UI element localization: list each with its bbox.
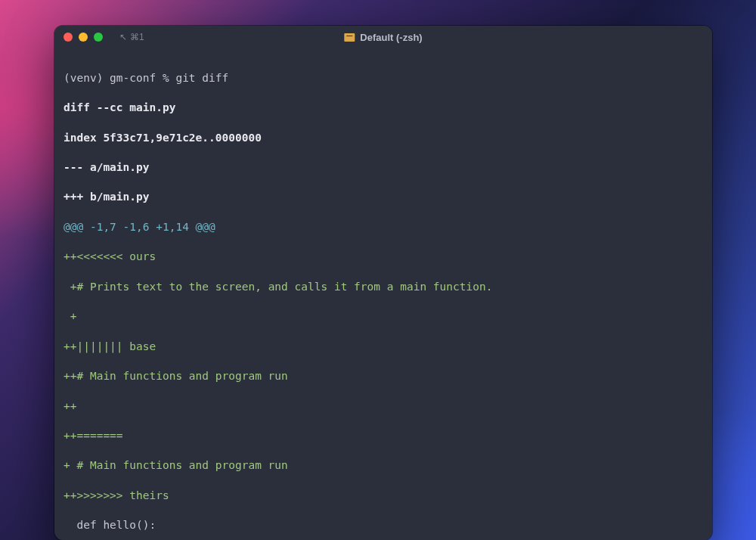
traffic-lights [64,33,103,42]
diff-new-file: +++ b/main.py [64,190,703,205]
terminal-window: ↖⌘1 Default (-zsh) (venv) gm-conf % git … [54,26,712,540]
prompt-line: (venv) gm-conf % git diff [64,71,703,86]
window-title: Default (-zsh) [344,32,422,43]
diff-line: ++>>>>>>> theirs [64,489,703,504]
diff-line: def hello(): [64,518,703,533]
diff-line: ++======= [64,429,703,444]
diff-line: +# Prints text to the screen, and calls … [64,280,703,295]
titlebar[interactable]: ↖⌘1 Default (-zsh) [54,26,712,48]
minimize-icon[interactable] [79,33,88,42]
diff-hunk: @@@ -1,7 -1,6 +1,14 @@@ [64,220,703,235]
diff-line: ++<<<<<<< ours [64,250,703,265]
diff-line: ++ [64,399,703,414]
folder-icon [344,33,355,42]
prompt-prefix: (venv) gm-conf % [64,72,175,84]
tab-hint-text: ⌘1 [130,32,144,42]
diff-old-file: --- a/main.py [64,160,703,175]
diff-line: + [64,309,703,324]
close-icon[interactable] [64,33,73,42]
diff-header: diff --cc main.py [64,101,703,116]
command-text: git diff [175,72,228,84]
zoom-icon[interactable] [94,33,103,42]
shortcut-icon: ↖ [119,32,127,42]
terminal-content[interactable]: (venv) gm-conf % git diff diff --cc main… [54,48,712,540]
diff-line: ++# Main functions and program run [64,369,703,384]
diff-line: ++||||||| base [64,340,703,355]
diff-index: index 5f33c71,9e71c2e..0000000 [64,131,703,146]
diff-line: + # Main functions and program run [64,458,703,473]
tab-hint: ↖⌘1 [119,32,144,42]
window-title-text: Default (-zsh) [360,32,422,43]
